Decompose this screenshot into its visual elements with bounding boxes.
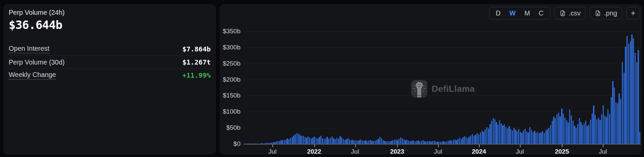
volume-bar[interactable] [534, 131, 535, 144]
volume-bar[interactable] [298, 134, 299, 144]
volume-bar[interactable] [573, 121, 574, 144]
volume-bar[interactable] [525, 129, 526, 144]
volume-bar[interactable] [356, 140, 357, 144]
volume-bar[interactable] [615, 102, 616, 144]
volume-bar[interactable] [330, 138, 331, 144]
volume-bar[interactable] [438, 142, 439, 144]
volume-bar[interactable] [493, 118, 494, 144]
volume-bar[interactable] [559, 116, 560, 144]
volume-bar[interactable] [624, 73, 625, 144]
volume-bar[interactable] [548, 128, 549, 144]
volume-bar[interactable] [308, 136, 309, 144]
volume-bar[interactable] [474, 136, 475, 144]
volume-bar[interactable] [475, 135, 476, 144]
volume-bar[interactable] [332, 136, 333, 144]
volume-bar[interactable] [284, 140, 285, 144]
volume-bar[interactable] [305, 137, 306, 144]
volume-bar[interactable] [466, 137, 467, 144]
volume-bar[interactable] [628, 44, 629, 144]
volume-bar[interactable] [324, 139, 325, 144]
volume-bar[interactable] [364, 141, 365, 144]
volume-bar[interactable] [638, 50, 639, 144]
volume-bar[interactable] [392, 140, 393, 144]
volume-bar[interactable] [510, 129, 511, 144]
volume-bar[interactable] [482, 130, 483, 144]
volume-bar[interactable] [316, 138, 317, 144]
volume-bar[interactable] [446, 141, 447, 144]
volume-bar[interactable] [376, 140, 377, 144]
volume-bar[interactable] [469, 137, 470, 144]
volume-bar[interactable] [488, 128, 489, 144]
volume-bar[interactable] [507, 128, 508, 144]
volume-bar[interactable] [293, 135, 294, 144]
volume-bar[interactable] [502, 125, 503, 144]
volume-bar[interactable] [346, 139, 347, 144]
volume-bar[interactable] [430, 142, 431, 144]
volume-bar[interactable] [404, 140, 405, 144]
volume-bar[interactable] [325, 138, 326, 144]
volume-bar[interactable] [449, 140, 450, 144]
volume-bar[interactable] [501, 123, 502, 144]
volume-bar[interactable] [357, 141, 358, 144]
volume-bar[interactable] [276, 142, 277, 144]
volume-bar[interactable] [288, 139, 289, 144]
volume-bar[interactable] [395, 140, 396, 144]
volume-bar[interactable] [344, 140, 345, 144]
volume-bar[interactable] [483, 132, 484, 144]
volume-bar[interactable] [620, 99, 621, 144]
volume-bar[interactable] [365, 140, 366, 144]
volume-bar[interactable] [576, 128, 577, 144]
volume-bar[interactable] [405, 140, 406, 144]
volume-bar[interactable] [561, 109, 562, 144]
volume-bar[interactable] [537, 132, 538, 144]
volume-bar[interactable] [312, 138, 313, 144]
volume-bar[interactable] [407, 140, 408, 144]
volume-bar[interactable] [595, 115, 596, 144]
volume-bar[interactable] [397, 140, 398, 144]
volume-bar[interactable] [568, 123, 569, 144]
volume-bar[interactable] [520, 132, 521, 144]
volume-bar[interactable] [347, 138, 348, 144]
volume-bar[interactable] [547, 129, 548, 144]
volume-bar[interactable] [322, 138, 323, 144]
volume-bar[interactable] [290, 138, 291, 144]
volume-bar[interactable] [300, 135, 301, 144]
volume-bar[interactable] [359, 140, 360, 144]
bar-chart-plot[interactable] [244, 4, 641, 145]
volume-bar[interactable] [566, 120, 567, 144]
volume-bar[interactable] [456, 140, 457, 144]
download-png-button[interactable]: .png [590, 7, 622, 19]
volume-bar[interactable] [614, 87, 615, 144]
volume-bar[interactable] [301, 136, 302, 144]
volume-bar[interactable] [533, 132, 534, 144]
volume-bar[interactable] [584, 123, 585, 144]
volume-bar[interactable] [552, 121, 553, 144]
volume-bar[interactable] [327, 137, 328, 144]
volume-bar[interactable] [387, 141, 388, 144]
volume-bar[interactable] [539, 133, 540, 144]
volume-bar[interactable] [282, 140, 283, 144]
volume-bar[interactable] [569, 110, 570, 144]
volume-bar[interactable] [606, 117, 607, 144]
volume-bar[interactable] [528, 132, 529, 144]
volume-bar[interactable] [442, 142, 443, 144]
volume-bar[interactable] [504, 124, 505, 144]
volume-bar[interactable] [418, 141, 419, 144]
volume-bar[interactable] [287, 139, 288, 144]
volume-bar[interactable] [424, 141, 425, 144]
volume-bar[interactable] [434, 141, 435, 144]
volume-bar[interactable] [371, 141, 372, 144]
volume-bar[interactable] [512, 130, 513, 144]
volume-bar[interactable] [598, 118, 599, 144]
volume-bar[interactable] [601, 114, 602, 144]
volume-bar[interactable] [368, 141, 369, 144]
volume-bar[interactable] [394, 140, 395, 144]
volume-bar[interactable] [432, 141, 433, 144]
volume-bar[interactable] [636, 62, 637, 144]
volume-bar[interactable] [367, 141, 368, 144]
volume-bar[interactable] [458, 139, 459, 144]
volume-bar[interactable] [381, 138, 382, 144]
volume-bar[interactable] [360, 140, 361, 144]
volume-bar[interactable] [526, 131, 527, 144]
interval-weekly-button[interactable]: W [505, 7, 520, 19]
